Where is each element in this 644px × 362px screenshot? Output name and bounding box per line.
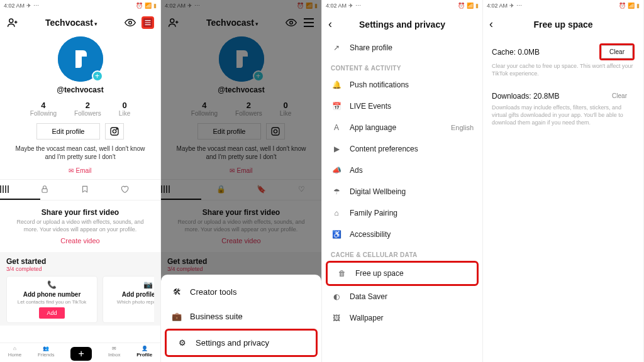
tab-grid[interactable] (0, 180, 40, 200)
wallpaper-item[interactable]: 🖼Wallpaper (322, 307, 482, 329)
play-icon: ▶ (331, 145, 342, 153)
digital-wellbeing-item[interactable]: ☂Digital Wellbeing (322, 181, 482, 202)
cache-row: Cache: 0.0MB Clear Clear your cache to f… (483, 37, 643, 84)
instagram-button[interactable] (105, 123, 124, 140)
clear-downloads-button[interactable]: Clear (604, 90, 635, 102)
avatar[interactable]: + (58, 36, 103, 82)
friends-icon: 👥 (43, 346, 49, 351)
gs-card-photo[interactable]: 📷 Add profile photo Which photo represen… (103, 276, 154, 323)
free-up-space-item[interactable]: 🗑Free up space (328, 263, 477, 284)
megaphone-icon: 📣 (331, 166, 342, 175)
home-icon: ⌂ (13, 346, 16, 351)
create-video-link[interactable]: Create video (9, 237, 152, 244)
pane-profile: 4:02 AM✈⋯ ⏰📶▮ Techvocast▾ + @techvocast … (0, 0, 161, 362)
live-events-item[interactable]: 📅LIVE Events (322, 96, 482, 117)
family-pairing-item[interactable]: ⌂Family Pairing (322, 202, 482, 224)
avatar-section: + @techvocast (0, 36, 160, 94)
email-link[interactable]: ✉Email (0, 167, 160, 174)
downloads-label: Downloads: 20.8MB (492, 92, 559, 101)
telegram-icon: ✈ (26, 3, 31, 9)
home-icon: ⌂ (331, 209, 342, 217)
profile-top-row: Techvocast▾ (0, 11, 160, 34)
tab-liked[interactable] (120, 180, 160, 200)
share-icon: ↗ (331, 43, 342, 52)
accessibility-icon: ♿ (331, 230, 342, 239)
nav-create[interactable]: + (70, 347, 92, 361)
avatar-add-icon[interactable]: + (92, 70, 103, 82)
nav-profile[interactable]: 👤Profile (136, 346, 152, 361)
downloads-row: Downloads: 20.8MB Clear Downloads may in… (483, 84, 643, 133)
add-friend-icon[interactable] (6, 16, 19, 29)
gs-title: Get started (6, 257, 154, 266)
content-preferences-item[interactable]: ▶Content preferences (322, 138, 482, 160)
stat-following[interactable]: 4Following (30, 101, 57, 117)
content-tabs (0, 179, 160, 200)
chevron-down-icon: ▾ (94, 21, 97, 27)
nav-inbox[interactable]: ✉Inbox (108, 346, 121, 361)
status-bar: 4:02 AM✈⋯ ⏰📶▮ (483, 0, 643, 11)
bell-icon: 🔔 (331, 80, 342, 89)
status-bar: 4:02 AM✈⋯ ⏰📶▮ (0, 0, 160, 11)
image-icon: 🖼 (331, 314, 342, 322)
sheet-business-suite[interactable]: 💼Business suite (161, 304, 321, 329)
phone-icon: 📞 (11, 280, 93, 289)
stats-row: 4Following 2Followers 0Like (0, 101, 160, 117)
nav-home[interactable]: ⌂Home (8, 346, 21, 361)
profile-bio: Maybe the vocast mean cast, well I don't… (0, 140, 160, 166)
cache-label: Cache: 0.0MB (492, 48, 540, 57)
stat-likes[interactable]: 0Like (119, 101, 130, 117)
fus-header: ‹ Free up space (483, 11, 643, 37)
umbrella-icon: ☂ (331, 187, 342, 196)
tab-private[interactable] (40, 180, 80, 200)
nav-friends[interactable]: 👥Friends (38, 346, 55, 361)
pane-free-up-space: 4:02 AM✈⋯ ⏰📶▮ ‹ Free up space Cache: 0.0… (483, 0, 644, 362)
downloads-subtitle: Downloads may include effects, filters, … (492, 104, 635, 126)
accessibility-item[interactable]: ♿Accessibility (322, 224, 482, 245)
tools-icon: 🛠 (171, 287, 182, 297)
sheet-settings-privacy[interactable]: ⚙Settings and privacy (167, 331, 316, 355)
svg-point-0 (9, 19, 13, 23)
trash-icon: 🗑 (336, 269, 348, 278)
data-saver-item[interactable]: ◐Data Saver (322, 286, 482, 307)
envelope-icon: ✉ (69, 167, 74, 174)
clear-cache-button[interactable]: Clear (601, 45, 633, 58)
hamburger-menu-button[interactable] (142, 16, 154, 29)
calendar-icon: 📅 (331, 102, 342, 111)
section-content-activity: CONTENT & ACTIVITY (322, 58, 482, 74)
svg-point-5 (116, 129, 117, 129)
section-cache: CACHE & CELLULAR DATA (322, 245, 482, 261)
pane-menu-sheet: 4:02 AM✈⋯ ⏰📶▮ Techvocast▾ +@techvocast 4… (161, 0, 322, 362)
svg-point-4 (113, 129, 116, 133)
share-title: Share your first video (9, 208, 152, 217)
status-time: 4:02 AM (4, 3, 25, 9)
push-notifications-item[interactable]: 🔔Push notifications (322, 74, 482, 96)
app-language-item[interactable]: AApp languageEnglish (322, 117, 482, 138)
edit-row: Edit profile (0, 123, 160, 140)
dots-icon: ⋯ (33, 3, 39, 9)
bottom-nav: ⌂Home 👥Friends + ✉Inbox 👤Profile (0, 343, 160, 362)
share-profile-item[interactable]: ↗Share profile (322, 37, 482, 58)
status-bar: 4:02 AM✈⋯ ⏰📶▮ (322, 0, 482, 11)
profile-title[interactable]: Techvocast▾ (45, 18, 97, 28)
cache-subtitle: Clear your cache to free up space. This … (492, 63, 635, 77)
signal-icon: 📶 (145, 3, 152, 9)
pane-settings: 4:02 AM✈⋯ ⏰📶▮ ‹ Settings and privacy ↗Sh… (322, 0, 483, 362)
gs-card-phone[interactable]: 📞 Add phone number Let contacts find you… (6, 276, 97, 323)
eye-icon[interactable] (124, 16, 136, 29)
briefcase-icon: 💼 (171, 312, 182, 321)
tab-saved[interactable] (80, 180, 121, 200)
share-subtitle: Record or upload a video with effects, s… (9, 219, 152, 233)
ads-item[interactable]: 📣Ads (322, 160, 482, 181)
gs-add-button[interactable]: Add (39, 307, 64, 319)
page-title: Free up space (489, 19, 637, 30)
gear-icon: ⚙ (177, 338, 188, 348)
gs-progress: 3/4 completed (6, 266, 154, 272)
svg-point-1 (129, 21, 132, 25)
svg-rect-6 (42, 189, 47, 192)
sheet-creator-tools[interactable]: 🛠Creator tools (161, 280, 321, 304)
edit-profile-button[interactable]: Edit profile (36, 123, 101, 140)
page-title: Settings and privacy (328, 19, 476, 30)
stat-followers[interactable]: 2Followers (74, 101, 101, 117)
battery-icon: ▮ (153, 3, 157, 9)
inbox-icon: ✉ (112, 346, 116, 351)
